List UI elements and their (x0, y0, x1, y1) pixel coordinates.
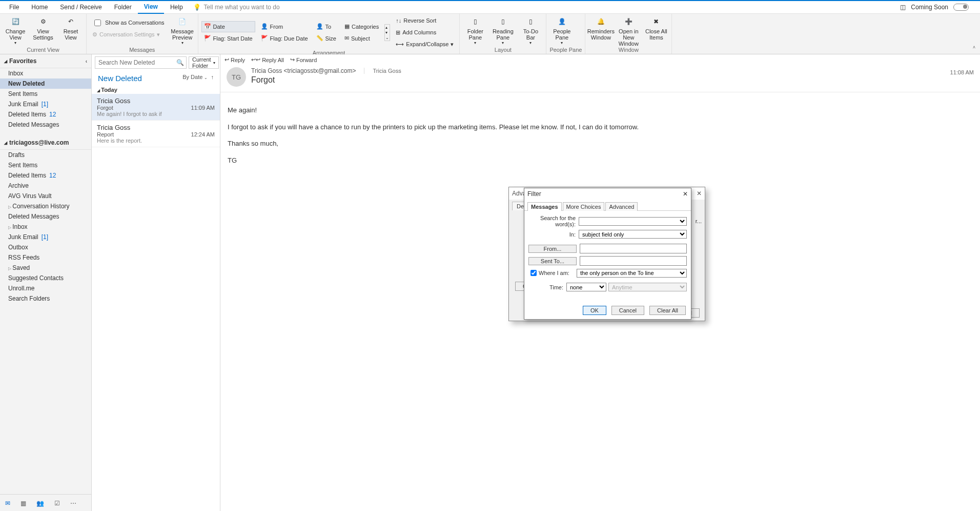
search-input[interactable] (97, 58, 176, 67)
reading-pane: ↩ Reply ↩↩ Reply All ↪ Forward TG Tricia… (220, 54, 980, 511)
message-item[interactable]: Tricia GossForgot11:09 AMMe again! I for… (92, 94, 220, 121)
arrange-expand-icon[interactable]: ⌄ (385, 35, 389, 40)
conversation-settings[interactable]: ⚙ Conversation Settings ▾ (90, 29, 167, 40)
coming-soon-toggle[interactable] (953, 4, 969, 11)
nav-item[interactable]: Search Folders (0, 293, 91, 304)
reverse-sort[interactable]: ↑↓ Reverse Sort (393, 15, 456, 26)
where-i-am-checkbox[interactable] (530, 270, 537, 276)
filter-dialog-close-icon[interactable]: ✕ (683, 190, 688, 198)
time-select[interactable]: none (566, 283, 606, 291)
people-pane-button[interactable]: 👤People Pane▾ (549, 15, 574, 45)
nav-item[interactable]: Archive (0, 181, 91, 191)
menu-help[interactable]: Help (164, 1, 189, 13)
filter-tab-more-choices[interactable]: More Choices (563, 202, 605, 211)
arrange-categories[interactable]: ▦ Categories (342, 21, 381, 32)
menu-send-receive[interactable]: Send / Receive (54, 1, 108, 13)
reminders-window-button[interactable]: 🔔Reminders Window (588, 15, 613, 41)
folder-pane: ◢Favorites‹ InboxNew DeletedSent ItemsJu… (0, 54, 92, 511)
arrange-subject[interactable]: ✉ Subject (342, 33, 381, 44)
adv-dialog-close-icon[interactable]: ✕ (697, 190, 702, 197)
nav-item[interactable]: ▷ Conversation History (0, 201, 91, 211)
tasks-icon[interactable]: ☑ (54, 500, 60, 507)
arrange-scroll-up[interactable]: ▴ (385, 25, 389, 30)
filter-tab-messages[interactable]: Messages (527, 202, 562, 211)
nav-item[interactable]: Deleted Items12 (0, 170, 91, 181)
nav-item[interactable]: Deleted Items12 (0, 109, 91, 120)
forward-button[interactable]: ↪ Forward (290, 56, 317, 63)
search-icon[interactable]: 🔍 (176, 59, 184, 66)
nav-item[interactable]: Junk Email[1] (0, 99, 91, 109)
nav-item[interactable]: Drafts (0, 150, 91, 160)
search-words-input[interactable] (579, 217, 687, 226)
expand-collapse[interactable]: ⟷ Expand/Collapse ▾ (393, 38, 456, 50)
filter-ok-button[interactable]: OK (583, 306, 606, 315)
reply-all-button[interactable]: ↩↩ Reply All (251, 56, 284, 63)
more-icon[interactable]: ⋯ (70, 500, 76, 507)
sort-button[interactable]: By Date ⌄ ↑ (182, 74, 214, 83)
group-people-pane: People Pane (549, 47, 582, 54)
nav-item[interactable]: Inbox (0, 68, 91, 78)
calendar-icon[interactable]: ▦ (21, 500, 26, 507)
filter-tab-advanced[interactable]: Advanced (605, 202, 638, 211)
menu-file[interactable]: File (3, 1, 25, 13)
in-select[interactable]: subject field only (579, 230, 687, 239)
sent-to-input[interactable] (580, 256, 687, 266)
todo-bar-button[interactable]: ▯To-Do Bar▾ (518, 15, 543, 45)
show-as-conversations[interactable]: Show as Conversations (90, 17, 167, 28)
from-input[interactable] (580, 244, 687, 253)
filter-dialog: Filter✕ Messages More Choices Advanced S… (524, 188, 691, 320)
tell-me[interactable]: Tell me what you want to do (204, 4, 280, 11)
arrange-date[interactable]: 📅 Date (201, 21, 255, 32)
nav-item[interactable]: RSS Feeds (0, 252, 91, 263)
nav-item[interactable]: Deleted Messages (0, 120, 91, 130)
nav-item[interactable]: Deleted Messages (0, 211, 91, 222)
collapse-ribbon-icon[interactable]: ＾ (971, 44, 977, 52)
nav-item[interactable]: Junk Email[1] (0, 232, 91, 242)
arrange-flag-start[interactable]: 🚩 Flag: Start Date (201, 33, 255, 44)
nav-item[interactable]: AVG Virus Vault (0, 191, 91, 201)
nav-item[interactable]: ▷ Saved (0, 263, 91, 273)
arrange-from[interactable]: 👤 From (258, 21, 311, 32)
nav-item[interactable]: Sent Items (0, 160, 91, 170)
group-current-view: Current View (3, 47, 83, 54)
change-view-button[interactable]: 🔄Change View▾ (3, 15, 28, 45)
reading-pane-button[interactable]: ▯Reading Pane▾ (491, 15, 515, 45)
where-i-am-select[interactable]: the only person on the To line (577, 269, 687, 278)
where-i-am-label: Where I am: (539, 270, 577, 276)
nav-item[interactable]: Sent Items (0, 89, 91, 99)
reply-button[interactable]: ↩ Reply (224, 56, 245, 63)
arrange-flag-due[interactable]: 🚩 Flag: Due Date (258, 33, 311, 44)
favorites-header[interactable]: ◢Favorites‹ (0, 54, 91, 68)
arrange-size[interactable]: 📏 Size (314, 33, 339, 44)
menu-view[interactable]: View (138, 1, 164, 14)
mail-icon[interactable]: ✉ (5, 500, 10, 507)
nav-item[interactable]: ▷ Inbox (0, 222, 91, 232)
search-box[interactable]: 🔍 (95, 56, 187, 69)
nav-item[interactable]: Outbox (0, 242, 91, 252)
filter-clear-all-button[interactable]: Clear All (649, 306, 686, 315)
arrange-scroll-down[interactable]: ▾ (385, 30, 389, 35)
open-new-window-button[interactable]: ➕Open in New Window (616, 15, 641, 47)
collapse-nav-icon[interactable]: ‹ (86, 58, 87, 64)
nav-item[interactable]: Suggested Contacts (0, 273, 91, 283)
arrange-to[interactable]: 👤 To (314, 21, 339, 32)
nav-switcher: ✉ ▦ 👥 ☑ ⋯ (0, 494, 91, 511)
sent-to-button[interactable]: Sent To... (528, 257, 577, 265)
account-header[interactable]: ◢triciagoss@live.com (0, 136, 91, 150)
menu-folder[interactable]: Folder (108, 1, 138, 13)
from-button[interactable]: From... (528, 245, 577, 253)
reset-view-button[interactable]: ↶Reset View (58, 15, 83, 41)
view-settings-button[interactable]: ⚙View Settings (31, 15, 55, 41)
nav-item[interactable]: New Deleted (0, 78, 91, 89)
close-all-items-button[interactable]: ✖Close All Items (644, 15, 668, 41)
people-icon[interactable]: 👥 (36, 500, 44, 507)
menu-home[interactable]: Home (25, 1, 54, 13)
add-columns[interactable]: ⊞ Add Columns (393, 27, 456, 38)
folder-pane-button[interactable]: ▯Folder Pane▾ (463, 15, 487, 45)
message-preview-button[interactable]: 📄Message Preview▾ (170, 15, 195, 45)
nav-item[interactable]: Unroll.me (0, 283, 91, 293)
filter-cancel-button[interactable]: Cancel (611, 306, 644, 315)
message-item[interactable]: Tricia GossReport12:24 AMHere is the rep… (92, 121, 220, 147)
search-scope[interactable]: Current Folder ▾ (189, 56, 219, 69)
group-today[interactable]: Today (92, 86, 220, 94)
